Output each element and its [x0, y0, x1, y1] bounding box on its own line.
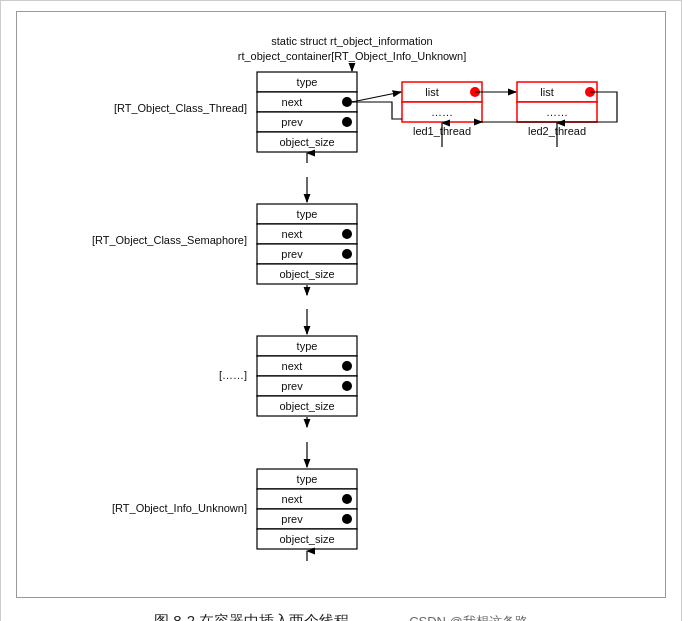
thread-label: [RT_Object_Class_Thread] [114, 102, 247, 114]
prev-chain-line [352, 102, 402, 119]
sem-label: [RT_Object_Class_Semaphore] [92, 234, 247, 246]
dots-field-type: type [297, 340, 318, 352]
sem-field-objsize: object_size [279, 268, 334, 280]
title-line2: rt_object_container[RT_Object_Info_Unkno… [238, 50, 467, 62]
dots-prev-dot [342, 381, 352, 391]
thread-field-prev: prev [281, 116, 303, 128]
unknown-next-dot [342, 494, 352, 504]
thread-field-objsize: object_size [279, 136, 334, 148]
unknown-field-objsize: object_size [279, 533, 334, 545]
watermark-text: CSDN @我想这条路 [409, 613, 528, 622]
caption-text: 图 8-2 在容器中插入两个线程 [154, 612, 349, 621]
main-prev-dot [342, 117, 352, 127]
caption-bar: 图 8-2 在容器中插入两个线程 CSDN @我想这条路 [16, 606, 666, 621]
unknown-field-type: type [297, 473, 318, 485]
dots-field-prev: prev [281, 380, 303, 392]
dots-field-next: next [282, 360, 303, 372]
sem-field-type: type [297, 208, 318, 220]
led1-list-label: list [425, 86, 438, 98]
diagram-area: static struct rt_object_information rt_o… [16, 11, 666, 598]
sem-field-prev: prev [281, 248, 303, 260]
sem-next-dot [342, 229, 352, 239]
main-container: static struct rt_object_information rt_o… [0, 0, 682, 621]
sem-prev-dot [342, 249, 352, 259]
thread-field-type: type [297, 76, 318, 88]
led2-dots-label: …… [546, 106, 568, 118]
unknown-label: [RT_Object_Info_Unknown] [112, 502, 247, 514]
sem-field-next: next [282, 228, 303, 240]
unknown-prev-dot [342, 514, 352, 524]
led2-list-label: list [540, 86, 553, 98]
next-to-led1-arrow [352, 92, 401, 102]
dots-label: [……] [219, 369, 247, 381]
main-next-dot [342, 97, 352, 107]
diagram-svg: static struct rt_object_information rt_o… [27, 27, 677, 587]
unknown-field-next: next [282, 493, 303, 505]
thread-field-next: next [282, 96, 303, 108]
title-line1: static struct rt_object_information [271, 35, 432, 47]
dots-field-objsize: object_size [279, 400, 334, 412]
dots-next-dot [342, 361, 352, 371]
led1-dots-label: …… [431, 106, 453, 118]
unknown-field-prev: prev [281, 513, 303, 525]
